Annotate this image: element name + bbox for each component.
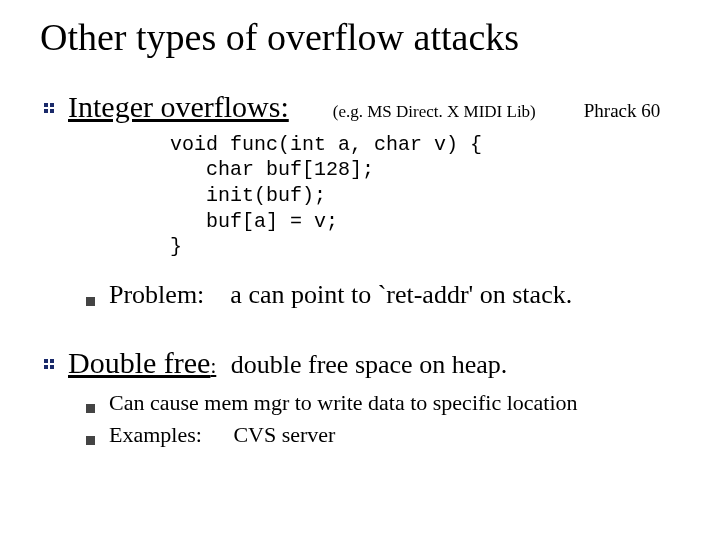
examples-label: Examples:	[109, 422, 202, 447]
reference-label: Phrack 60	[584, 100, 661, 122]
svg-rect-3	[50, 109, 54, 113]
sub-bullet-problem: Problem: a can point to `ret-addr' on st…	[86, 280, 680, 310]
code-block: void func(int a, char v) { char buf[128]…	[170, 132, 680, 260]
svg-rect-4	[44, 359, 48, 363]
section-heading-integer: Integer overflows:	[68, 90, 289, 124]
square-bullet-icon	[86, 436, 95, 445]
svg-rect-0	[44, 103, 48, 107]
svg-rect-2	[44, 109, 48, 113]
bullet-integer-overflows: Integer overflows: (e.g. MS Direct. X MI…	[40, 90, 680, 124]
double-free-colon: :	[210, 354, 216, 378]
problem-text: a can point to `ret-addr' on stack.	[230, 280, 572, 309]
diamond-bullet-icon	[40, 99, 58, 117]
section-heading-double-free: Double free	[68, 346, 210, 379]
svg-rect-1	[50, 103, 54, 107]
bullet-double-free: Double free: double free space on heap.	[40, 346, 680, 380]
diamond-bullet-icon	[40, 355, 58, 373]
svg-rect-6	[44, 365, 48, 369]
sub-bullet-examples: Examples: CVS server	[86, 424, 680, 446]
slide: Other types of overflow attacks Integer …	[0, 0, 720, 540]
square-bullet-icon	[86, 404, 95, 413]
sub-bullet-memmgr: Can cause mem mgr to write data to speci…	[86, 392, 680, 414]
double-free-desc: double free space on heap.	[231, 350, 507, 379]
memmgr-text: Can cause mem mgr to write data to speci…	[109, 392, 578, 414]
svg-rect-5	[50, 359, 54, 363]
problem-label: Problem:	[109, 280, 204, 309]
square-bullet-icon	[86, 297, 95, 306]
slide-title: Other types of overflow attacks	[40, 18, 680, 58]
examples-value: CVS server	[233, 422, 335, 447]
example-note: (e.g. MS Direct. X MIDI Lib)	[333, 102, 536, 122]
svg-rect-7	[50, 365, 54, 369]
